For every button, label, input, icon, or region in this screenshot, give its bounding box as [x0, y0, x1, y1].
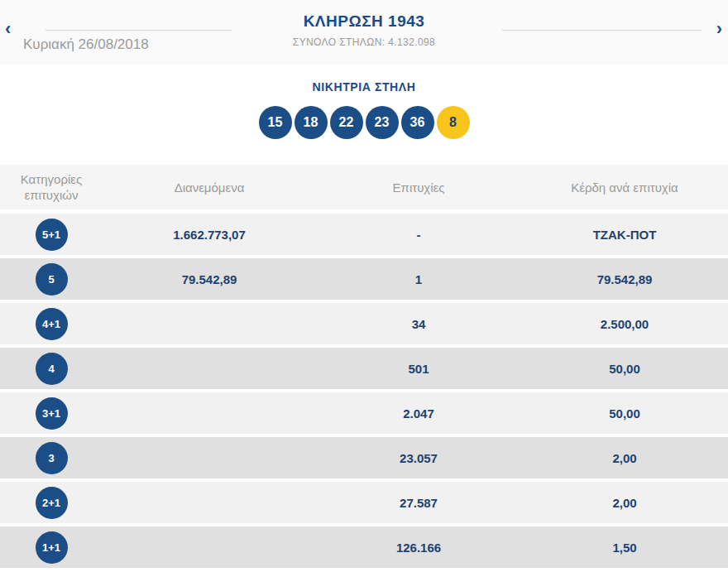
results-table: Κατηγορίες επιτυχιών Διανεμόμενα Επιτυχί…	[0, 165, 728, 568]
winners-cell: 34	[316, 317, 521, 331]
category-badge: 3	[36, 442, 68, 474]
prize-cell: 50,00	[521, 406, 728, 421]
distributed-cell: 1.662.773,07	[103, 228, 316, 242]
col-header-distributed: Διανεμόμενα	[103, 180, 316, 195]
prize-row: 3 23.057 2,00	[0, 437, 728, 478]
winning-number-ball: 22	[330, 106, 363, 139]
prize-row: 5 79.542,89 1 79.542,89	[0, 258, 728, 300]
prize-row: 5+1 1.662.773,07 - ΤΖΑΚ-ΠΟΤ	[0, 214, 728, 255]
col-header-prize: Κέρδη ανά επιτυχία	[521, 180, 728, 195]
draw-header: ‹ Κυριακή 26/08/2018 ΚΛΗΡΩΣΗ 1943 ΣΥΝΟΛΟ…	[0, 0, 728, 65]
prize-cell: 1,50	[521, 541, 728, 555]
prize-cell: 2.500,00	[521, 317, 728, 331]
winners-cell: 2.047	[316, 406, 521, 421]
winning-number-ball: 15	[259, 106, 292, 139]
prize-cell: 2,00	[521, 451, 728, 465]
prize-cell: 50,00	[521, 362, 728, 376]
next-draw-button[interactable]: ›	[716, 20, 722, 38]
prize-cell: 2,00	[521, 496, 728, 510]
category-badge: 2+1	[36, 487, 68, 519]
prize-cell: 79.542,89	[521, 272, 728, 286]
prize-row: 4 501 50,00	[0, 348, 728, 389]
prize-row: 3+1 2.047 50,00	[0, 392, 728, 434]
winning-numbers: 15 18 22 23 36 8	[0, 106, 728, 139]
winning-number-ball: 36	[401, 106, 434, 139]
col-header-winners: Επιτυχίες	[316, 180, 521, 195]
category-badge: 5	[36, 263, 68, 296]
winners-cell: 126.166	[316, 541, 521, 555]
prize-row: 1+1 126.166 1,50	[0, 526, 728, 568]
winning-column-title: ΝΙΚΗΤΡΙΑ ΣΤΗΛΗ	[0, 80, 728, 94]
winning-number-ball: 23	[366, 106, 399, 139]
category-badge: 1+1	[36, 531, 68, 564]
prize-row: 4+1 34 2.500,00	[0, 303, 728, 344]
winners-cell: 501	[316, 362, 521, 376]
winners-cell: 23.057	[316, 451, 521, 465]
winning-column-section: ΝΙΚΗΤΡΙΑ ΣΤΗΛΗ 15 18 22 23 36 8	[0, 65, 728, 139]
col-header-categories: Κατηγορίες επιτυχιών	[0, 171, 103, 204]
prize-cell: ΤΖΑΚ-ΠΟΤ	[521, 228, 728, 242]
winners-cell: -	[316, 228, 521, 242]
prize-row: 2+1 27.587 2,00	[0, 482, 728, 523]
winning-number-ball: 18	[295, 106, 328, 139]
category-badge: 3+1	[36, 397, 68, 430]
category-badge: 4+1	[36, 308, 68, 340]
category-badge: 5+1	[36, 219, 68, 251]
distributed-cell: 79.542,89	[103, 272, 316, 286]
results-table-header: Κατηγορίες επιτυχιών Διανεμόμενα Επιτυχί…	[0, 165, 728, 209]
divider-line-right	[502, 30, 702, 31]
draw-title: ΚΛΗΡΩΣΗ 1943	[0, 12, 728, 31]
bonus-number-ball: 8	[437, 106, 470, 139]
winners-cell: 27.587	[316, 496, 521, 510]
winners-cell: 1	[316, 272, 521, 286]
category-badge: 4	[36, 353, 68, 385]
total-columns-label: ΣΥΝΟΛΟ ΣΤΗΛΩΝ: 4.132.098	[0, 36, 728, 48]
